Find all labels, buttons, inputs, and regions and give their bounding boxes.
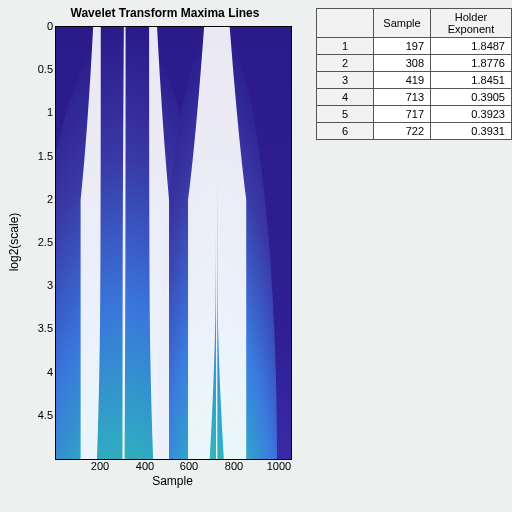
table-header-row: Sample Holder Exponent — [317, 9, 512, 38]
row-index: 4 — [317, 89, 374, 106]
header-holder: Holder Exponent — [431, 9, 512, 38]
cell-sample: 717 — [374, 106, 431, 123]
header-sample: Sample — [374, 9, 431, 38]
table-row[interactable]: 6 722 0.3931 — [317, 123, 512, 140]
ytick: 4 — [23, 366, 53, 378]
plot-title: Wavelet Transform Maxima Lines — [30, 6, 300, 20]
ytick: 3.5 — [23, 322, 53, 334]
table-row[interactable]: 2 308 1.8776 — [317, 55, 512, 72]
ytick: 0 — [23, 20, 53, 32]
row-index: 5 — [317, 106, 374, 123]
y-axis-label: log2(scale) — [6, 26, 22, 458]
cell-holder: 1.8487 — [431, 38, 512, 55]
wavelet-heatmap-axes[interactable] — [55, 26, 292, 460]
ytick: 4.5 — [23, 409, 53, 421]
cell-sample: 419 — [374, 72, 431, 89]
table-row[interactable]: 3 419 1.8451 — [317, 72, 512, 89]
header-blank — [317, 9, 374, 38]
cell-sample: 308 — [374, 55, 431, 72]
singularity-table[interactable]: Sample Holder Exponent 1 197 1.8487 2 30… — [316, 8, 512, 140]
cell-holder: 0.3923 — [431, 106, 512, 123]
table-row[interactable]: 5 717 0.3923 — [317, 106, 512, 123]
x-axis-label: Sample — [55, 474, 290, 488]
ytick: 3 — [23, 279, 53, 291]
table-row[interactable]: 1 197 1.8487 — [317, 38, 512, 55]
xtick: 1000 — [262, 460, 296, 472]
cell-sample: 197 — [374, 38, 431, 55]
cell-sample: 722 — [374, 123, 431, 140]
table-row[interactable]: 4 713 0.3905 — [317, 89, 512, 106]
row-index: 2 — [317, 55, 374, 72]
row-index: 6 — [317, 123, 374, 140]
cell-holder: 1.8451 — [431, 72, 512, 89]
cell-holder: 0.3905 — [431, 89, 512, 106]
figure-window: Wavelet Transform Maxima Lines — [0, 0, 512, 512]
xtick: 600 — [172, 460, 206, 472]
xtick: 800 — [217, 460, 251, 472]
row-index: 3 — [317, 72, 374, 89]
ytick: 1 — [23, 106, 53, 118]
ytick: 0.5 — [23, 63, 53, 75]
xtick: 400 — [128, 460, 162, 472]
row-index: 1 — [317, 38, 374, 55]
cell-holder: 0.3931 — [431, 123, 512, 140]
xtick: 200 — [83, 460, 117, 472]
ytick: 2 — [23, 193, 53, 205]
maxima-lines-overlay — [56, 27, 291, 459]
cell-holder: 1.8776 — [431, 55, 512, 72]
cell-sample: 713 — [374, 89, 431, 106]
ytick: 2.5 — [23, 236, 53, 248]
ytick: 1.5 — [23, 150, 53, 162]
